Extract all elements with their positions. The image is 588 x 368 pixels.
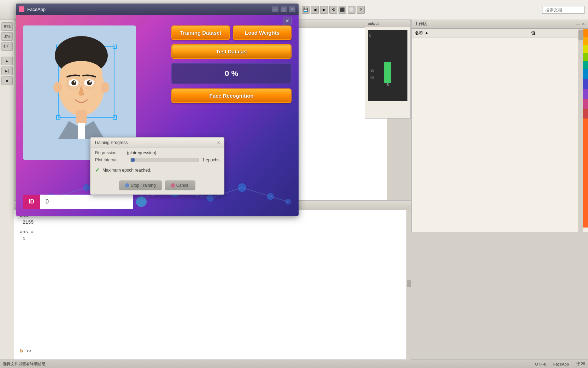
icon2[interactable]: ◀ xyxy=(311,6,319,14)
icon3[interactable]: ▶ xyxy=(320,6,328,14)
svg-point-36 xyxy=(53,82,62,93)
regression-label: Regression xyxy=(95,150,127,155)
help-icon[interactable]: ? xyxy=(357,6,365,14)
regression-value: (plotregression) xyxy=(127,150,156,155)
workspace-table: 名称 ▲ 值 xyxy=(412,29,588,38)
status-bar: 选择文件以查看详细信息 UTF-8 FaceApp 行 29 xyxy=(0,360,588,368)
faceapp-window-icon xyxy=(19,6,24,12)
training-dialog: Training Progress ✕ Regression (plotregr… xyxy=(90,137,224,195)
id-value: 0 xyxy=(40,195,133,209)
maximize-button[interactable]: □ xyxy=(280,6,287,12)
id-label: ID xyxy=(23,195,40,209)
plot-interval-row: Plot Interval: 1 epochs xyxy=(95,157,219,162)
toolbar-right: 💾 ◀ ▶ ⟲ ⬛ ⬜ ? xyxy=(298,0,588,19)
output-title: output xyxy=(368,21,379,25)
check-icon: ✔ xyxy=(95,167,100,173)
plot-interval-slider[interactable] xyxy=(130,158,199,162)
svg-point-44 xyxy=(89,81,91,83)
workspace-scroll-thumb[interactable] xyxy=(578,30,583,40)
status-message-row: ✔ Maximum epoch reached. xyxy=(95,165,219,176)
training-dialog-close[interactable]: ✕ xyxy=(217,140,220,145)
output-panel: output 6 0 -20 -05 xyxy=(365,19,411,119)
sidebar-stop[interactable]: ■ xyxy=(1,76,13,85)
left-sidebar: 查找 比较 打印 ▶ ▶| ■ xyxy=(0,19,14,368)
chart-bar xyxy=(384,62,391,83)
dialog-buttons: Stop Training Cancel xyxy=(91,178,224,194)
col-name-header: 名称 ▲ xyxy=(412,29,528,38)
cmd-ans-val-1: 2155 xyxy=(23,220,406,225)
command-window: 命令行窗口□ ans = 2155 ans = 1 fx >> xyxy=(14,200,411,360)
command-input[interactable] xyxy=(33,348,406,353)
workspace-title: 工作区 xyxy=(414,21,427,27)
progress-text: 0 % xyxy=(225,69,238,78)
status-appname: FaceApp xyxy=(553,362,569,366)
command-content: ans = 2155 ans = 1 xyxy=(14,210,411,248)
cancel-button[interactable]: Cancel xyxy=(165,180,195,190)
sidebar-item-find[interactable]: 查找 xyxy=(1,22,13,31)
cmd-prompt: >> xyxy=(26,348,31,353)
cmd-ans-label-2: ans = xyxy=(20,229,406,235)
cmd-scroll-thumb[interactable] xyxy=(407,280,411,287)
training-dialog-title: Training Progress xyxy=(94,140,128,145)
training-dialog-body: Regression (plotregression) Plot Interva… xyxy=(91,148,224,178)
faceapp-body-close[interactable]: ✕ xyxy=(283,17,292,25)
minimize-button[interactable]: — xyxy=(272,6,279,12)
workspace-close[interactable]: ✕ xyxy=(582,22,585,27)
faceapp-title: FaceApp xyxy=(27,7,269,12)
cancel-icon xyxy=(171,183,175,188)
workspace-scrollbar[interactable] xyxy=(578,29,583,235)
svg-point-38 xyxy=(60,61,102,86)
svg-point-43 xyxy=(74,81,76,83)
stop-training-button[interactable]: Stop Training xyxy=(119,180,162,190)
save-icon[interactable]: 💾 xyxy=(302,6,310,14)
window-controls: — □ ✕ xyxy=(272,6,296,12)
svg-line-13 xyxy=(242,188,270,196)
controls-panel: Training Dataset Load Weights Test Datas… xyxy=(171,25,292,103)
plot-interval-label: Plot Interval: xyxy=(95,157,127,162)
close-button[interactable]: ✕ xyxy=(289,6,296,12)
icon5[interactable]: ⬛ xyxy=(339,6,346,14)
workspace-panel: 工作区 — ✕ 名称 ▲ 值 xyxy=(411,19,588,232)
sidebar-item-compare[interactable]: 比较 xyxy=(1,32,13,41)
load-weights-button[interactable]: Load Weights xyxy=(233,25,292,40)
regression-row: Regression (plotregression) xyxy=(95,150,219,155)
stop-training-label: Stop Training xyxy=(131,183,156,188)
id-bar: ID 0 xyxy=(23,195,147,209)
cmd-scrollbar[interactable] xyxy=(406,209,411,360)
command-input-area: fx >> xyxy=(14,342,411,360)
progress-display: 0 % xyxy=(171,63,292,84)
y-axis-label-bot: -05 xyxy=(369,76,374,80)
output-panel-header: output xyxy=(365,20,410,27)
faceapp-body: 01001 11010 00110 10101 01100 11001 0010… xyxy=(16,15,299,216)
svg-point-37 xyxy=(101,82,109,93)
chart-value: 6 xyxy=(368,82,407,87)
training-dialog-header: Training Progress ✕ xyxy=(91,138,224,148)
search-input[interactable] xyxy=(542,6,584,14)
icon4[interactable]: ⟲ xyxy=(329,6,337,14)
cmd-ans-val-2: 1 xyxy=(23,236,406,241)
workspace-color-bar xyxy=(583,29,588,228)
workspace-header: 工作区 — ✕ xyxy=(412,19,588,29)
svg-rect-45 xyxy=(78,121,85,139)
top-buttons-row: Training Dataset Load Weights xyxy=(171,25,292,40)
icon6[interactable]: ⬜ xyxy=(348,6,355,14)
svg-rect-46 xyxy=(76,110,87,123)
face-recognition-button[interactable]: Face Recognition xyxy=(171,88,292,103)
status-left: 选择文件以查看详细信息 xyxy=(3,361,46,367)
slider-thumb xyxy=(131,158,135,162)
sidebar-step[interactable]: ▶| xyxy=(1,67,13,75)
status-rowcol: 行 29 xyxy=(576,361,585,367)
cancel-label: Cancel xyxy=(176,183,189,188)
workspace-minimize[interactable]: — xyxy=(576,22,580,27)
plot-interval-value: 1 epochs xyxy=(202,157,219,162)
sidebar-run[interactable]: ▶ xyxy=(1,57,13,65)
svg-line-14 xyxy=(270,196,288,202)
test-dataset-button[interactable]: Test Dataset xyxy=(171,44,292,59)
training-dataset-button[interactable]: Training Dataset xyxy=(171,25,230,40)
faceapp-window: FaceApp — □ ✕ xyxy=(16,4,299,216)
app-name-text: FaceApp xyxy=(553,362,569,366)
encoding-text: UTF-8 xyxy=(535,362,546,366)
sidebar-item-print[interactable]: 打印 xyxy=(1,42,13,51)
y-axis-label-top: 0 xyxy=(369,34,371,38)
status-left-text: 选择文件以查看详细信息 xyxy=(3,361,46,367)
